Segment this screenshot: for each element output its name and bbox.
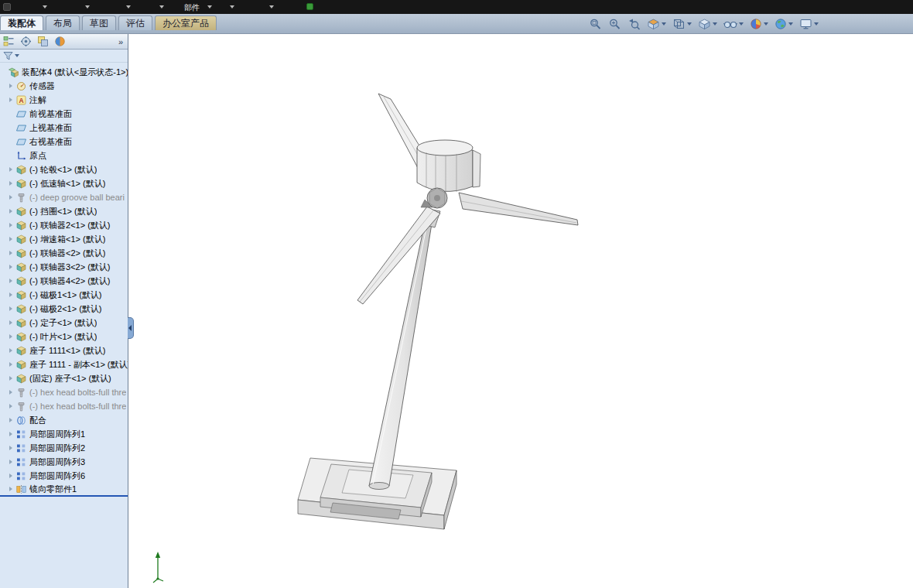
- tree-item[interactable]: (-) deep groove ball beari: [0, 190, 128, 204]
- pattern-icon: [16, 443, 28, 453]
- property-manager-tab-icon[interactable]: [20, 36, 32, 47]
- filter-icon[interactable]: [3, 51, 13, 60]
- tab-sketch[interactable]: 草图: [82, 15, 116, 30]
- menu-dropdown-icon[interactable]: [126, 5, 131, 9]
- filter-dropdown-icon[interactable]: [15, 54, 19, 57]
- menu-dropdown-icon[interactable]: [43, 5, 47, 9]
- expand-arrow-icon[interactable]: [9, 460, 16, 464]
- view-orientation-icon[interactable]: [672, 18, 692, 30]
- menu-dropdown-icon[interactable]: [207, 5, 212, 9]
- expand-arrow-icon[interactable]: [9, 292, 16, 297]
- tree-item[interactable]: 局部圆周阵列3: [0, 455, 128, 469]
- expand-arrow-icon[interactable]: [9, 334, 16, 339]
- expand-arrow-icon[interactable]: [9, 223, 16, 227]
- previous-view-icon[interactable]: [627, 18, 641, 30]
- expand-arrow-icon[interactable]: [9, 362, 16, 367]
- expand-arrow-icon[interactable]: [9, 209, 16, 214]
- expand-arrow-icon[interactable]: [9, 181, 16, 186]
- tree-item[interactable]: (-) 联轴器4<2> (默认): [0, 274, 128, 288]
- tree-item[interactable]: (-) 磁极1<1> (默认): [0, 288, 128, 302]
- tree-item[interactable]: 前视基准面: [0, 107, 128, 121]
- tree-item[interactable]: 右视基准面: [0, 135, 128, 149]
- expand-arrow-icon[interactable]: [9, 279, 16, 283]
- expand-arrow-icon[interactable]: [9, 487, 16, 491]
- tree-item[interactable]: (-) hex head bolts-full thre: [0, 399, 128, 413]
- tree-item[interactable]: (-) 增速箱<1> (默认): [0, 232, 128, 246]
- view-settings-icon[interactable]: [799, 18, 819, 30]
- expand-arrow-icon[interactable]: [9, 97, 16, 102]
- tree-item[interactable]: (-) 叶片<1> (默认): [0, 330, 128, 344]
- tree-item[interactable]: 原点: [0, 149, 128, 162]
- menu-dropdown-icon[interactable]: [159, 5, 164, 9]
- display-manager-tab-icon[interactable]: [54, 36, 66, 47]
- tree-item[interactable]: (-) 轮毂<1> (默认): [0, 162, 128, 176]
- expand-arrow-icon[interactable]: [9, 348, 16, 353]
- graphics-viewport[interactable]: [128, 34, 913, 588]
- status-icon[interactable]: [306, 3, 313, 10]
- zoom-to-area-icon[interactable]: [608, 18, 621, 30]
- expand-arrow-icon[interactable]: [9, 251, 16, 255]
- menu-dropdown-icon[interactable]: [269, 5, 274, 9]
- expand-arrow-icon[interactable]: [9, 84, 16, 88]
- expand-arrow-icon[interactable]: [9, 320, 16, 325]
- expand-arrow-icon[interactable]: [9, 195, 16, 200]
- expand-arrow-icon[interactable]: [9, 167, 16, 172]
- tree-item[interactable]: 传感器: [0, 79, 128, 93]
- configuration-manager-tab-icon[interactable]: [37, 36, 49, 47]
- display-style-icon[interactable]: [698, 18, 717, 30]
- tree-item[interactable]: 上视基准面: [0, 121, 128, 135]
- wind-turbine-model[interactable]: [128, 34, 913, 588]
- expand-arrow-icon[interactable]: [9, 306, 16, 311]
- tree-item[interactable]: (固定) 座子<1> (默认): [0, 371, 128, 385]
- tree-item[interactable]: (-) 联轴器<2> (默认): [0, 246, 128, 260]
- tree-item[interactable]: 座子 1111<1> (默认): [0, 344, 128, 357]
- expand-arrow-icon[interactable]: [9, 390, 16, 395]
- expand-arrow-icon[interactable]: [9, 446, 16, 450]
- expand-arrow-icon[interactable]: [9, 418, 16, 422]
- tree-item[interactable]: (-) 磁极2<1> (默认): [0, 302, 128, 316]
- tree-item[interactable]: A注解: [0, 93, 128, 107]
- edit-appearance-icon[interactable]: [750, 18, 768, 30]
- zoom-to-fit-icon[interactable]: [589, 18, 602, 30]
- tab-office-products[interactable]: 办公室产品: [155, 15, 217, 30]
- tree-item[interactable]: (-) hex head bolts-full thre: [0, 385, 128, 399]
- panel-splitter-handle[interactable]: [128, 317, 134, 339]
- tab-layout[interactable]: 布局: [46, 15, 80, 30]
- expand-arrow-icon[interactable]: [9, 265, 16, 269]
- menu-dropdown-icon[interactable]: [230, 5, 234, 9]
- tree-item[interactable]: (-) 联轴器2<1> (默认): [0, 218, 128, 232]
- tree-item-label: (-) 挡圈<1> (默认): [29, 206, 97, 217]
- expand-arrow-icon[interactable]: [9, 376, 16, 381]
- tab-evaluate[interactable]: 评估: [118, 15, 152, 30]
- tree-item[interactable]: 座子 1111 - 副本<1> (默认): [0, 357, 128, 371]
- feature-manager-panel: » 装配体4 (默认<显示状态-1>)传感器A注解前视基准面上视基准面右视基准面…: [0, 34, 128, 588]
- tree-item-label: (-) 轮毂<1> (默认): [29, 164, 97, 176]
- tree-item[interactable]: 局部圆周阵列2: [0, 441, 128, 455]
- tree-item[interactable]: 镜向零部件1: [0, 483, 128, 497]
- mates-icon: [16, 415, 28, 426]
- tree-item-label: 座子 1111<1> (默认): [29, 345, 105, 357]
- hide-show-items-icon[interactable]: [723, 18, 744, 30]
- expand-arrow-icon[interactable]: [9, 404, 16, 409]
- tree-item-label: (固定) 座子<1> (默认): [29, 373, 111, 385]
- feature-manager-tab-icon[interactable]: [3, 36, 15, 47]
- panel-overflow-chevron[interactable]: »: [118, 37, 125, 46]
- expand-arrow-icon[interactable]: [9, 473, 16, 478]
- tree-item[interactable]: (-) 联轴器3<2> (默认): [0, 260, 128, 274]
- tree-item[interactable]: (-) 低速轴<1> (默认): [0, 176, 128, 190]
- tree-item[interactable]: 装配体4 (默认<显示状态-1>): [0, 65, 128, 79]
- tree-item[interactable]: 配合: [0, 413, 128, 427]
- tree-item[interactable]: (-) 挡圈<1> (默认): [0, 204, 128, 218]
- apply-scene-icon[interactable]: [775, 18, 793, 30]
- tree-item[interactable]: 局部圆周阵列6: [0, 469, 128, 483]
- section-view-icon[interactable]: [647, 18, 666, 30]
- expand-arrow-icon[interactable]: [9, 432, 16, 436]
- pattern-icon: [16, 429, 28, 439]
- tree-item[interactable]: 局部圆周阵列1: [0, 427, 128, 441]
- part-icon: [16, 374, 28, 384]
- tab-assembly[interactable]: 装配体: [0, 15, 43, 30]
- component-menu[interactable]: 部件: [184, 2, 200, 13]
- menu-dropdown-icon[interactable]: [85, 5, 90, 9]
- tree-item[interactable]: (-) 定子<1> (默认): [0, 316, 128, 330]
- expand-arrow-icon[interactable]: [9, 237, 16, 241]
